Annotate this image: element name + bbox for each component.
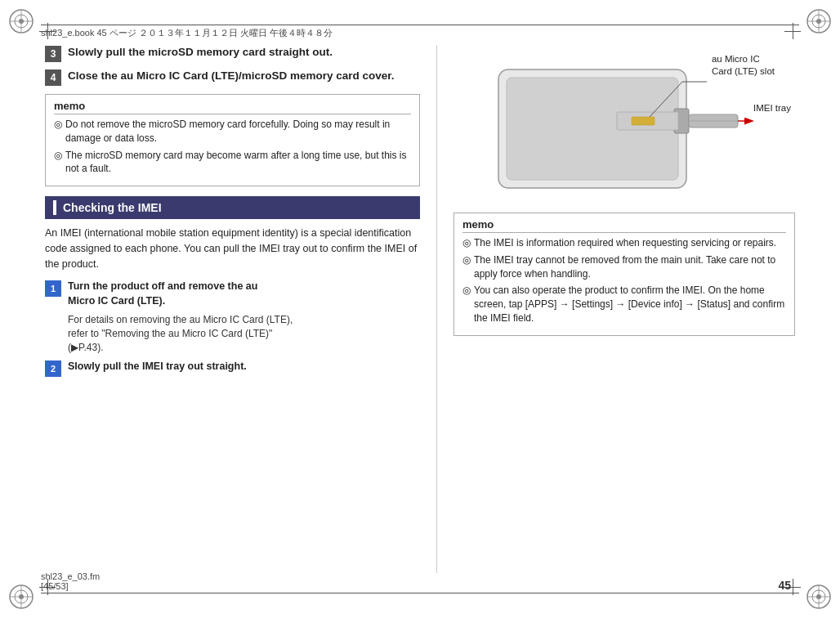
left-memo-title: memo: [54, 100, 411, 114]
section-header: Checking the IMEI: [45, 196, 420, 219]
left-memo-text-1: Do not remove the microSD memory card fo…: [65, 118, 411, 146]
sub-step-1-number: 1: [45, 280, 61, 297]
right-memo-text-2: The IMEI tray cannot be removed from the…: [474, 253, 786, 281]
left-memo-box: memo ◎ Do not remove the microSD memory …: [45, 94, 420, 186]
corner-decoration-tl: [7, 7, 36, 36]
body-text: An IMEI (international mobile station eq…: [45, 226, 420, 271]
step-3-row: 3 Slowly pull the microSD memory card st…: [45, 45, 420, 62]
memo-bullet-1: ◎: [54, 118, 62, 132]
content-area: 3 Slowly pull the microSD memory card st…: [45, 45, 795, 573]
header-bar: shl23_e.book 45 ページ ２０１３年１１月１２日 火曜日 午後４時…: [41, 25, 799, 39]
sub-step-2-text: Slowly pull the IMEI tray out straight.: [68, 360, 247, 374]
section-title: Checking the IMEI: [63, 201, 162, 214]
right-memo-item-1: ◎ The IMEI is information required when …: [462, 236, 786, 250]
right-memo-box: memo ◎ The IMEI is information required …: [454, 213, 795, 336]
corner-decoration-bl: [7, 582, 36, 611]
header-text: shl23_e.book 45 ページ ２０１３年１１月１２日 火曜日 午後４時…: [41, 27, 333, 39]
au-micro-label: au Micro ICCard (LTE) slot: [712, 53, 775, 78]
sub-step-1-text: Turn the product off and remove the auMi…: [68, 280, 257, 308]
svg-rect-24: [632, 117, 655, 125]
page-number: 45: [778, 579, 791, 592]
footer-bar: shl23_e_03.fm [45/53]: [41, 571, 799, 593]
right-memo-bullet-2: ◎: [462, 253, 471, 267]
left-memo-item-1: ◎ Do not remove the microSD memory card …: [54, 118, 411, 146]
sub-step-2-row: 2 Slowly pull the IMEI tray out straight…: [45, 360, 420, 377]
sub-step-1-row: 1 Turn the product off and remove the au…: [45, 280, 420, 308]
right-memo-item-2: ◎ The IMEI tray cannot be removed from t…: [462, 253, 786, 281]
sub-step-1-body: For details on removing the au Micro IC …: [68, 313, 420, 354]
step-3-text: Slowly pull the microSD memory card stra…: [68, 45, 333, 60]
step-4-row: 4 Close the au Micro IC Card (LTE)/micro…: [45, 69, 420, 86]
right-memo-title: memo: [462, 218, 786, 233]
sub-step-2-number: 2: [45, 360, 61, 377]
memo-bullet-2: ◎: [54, 149, 62, 163]
imei-tray-label: IMEI tray: [753, 102, 791, 114]
step-4-text: Close the au Micro IC Card (LTE)/microSD…: [68, 69, 395, 84]
right-memo-item-3: ◎ You can also operate the product to co…: [462, 284, 786, 325]
right-memo-bullet-3: ◎: [462, 284, 471, 298]
device-image-area: au Micro ICCard (LTE) slot IMEI tray: [454, 45, 795, 204]
left-memo-text-2: The microSD memory card may become warm …: [65, 149, 411, 177]
left-memo-item-2: ◎ The microSD memory card may become war…: [54, 149, 411, 177]
corner-decoration-tr: [804, 7, 833, 36]
right-column: au Micro ICCard (LTE) slot IMEI tray mem…: [437, 45, 795, 573]
right-memo-text-3: You can also operate the product to conf…: [474, 284, 786, 325]
step-4-number: 4: [45, 69, 61, 86]
corner-decoration-br: [804, 582, 833, 611]
left-column: 3 Slowly pull the microSD memory card st…: [45, 45, 437, 573]
step-3-number: 3: [45, 46, 61, 62]
right-memo-bullet-1: ◎: [462, 236, 471, 250]
section-header-bar: [53, 200, 56, 215]
right-memo-text-1: The IMEI is information required when re…: [474, 236, 776, 250]
footer-page-ref: [45/53]: [41, 581, 100, 591]
